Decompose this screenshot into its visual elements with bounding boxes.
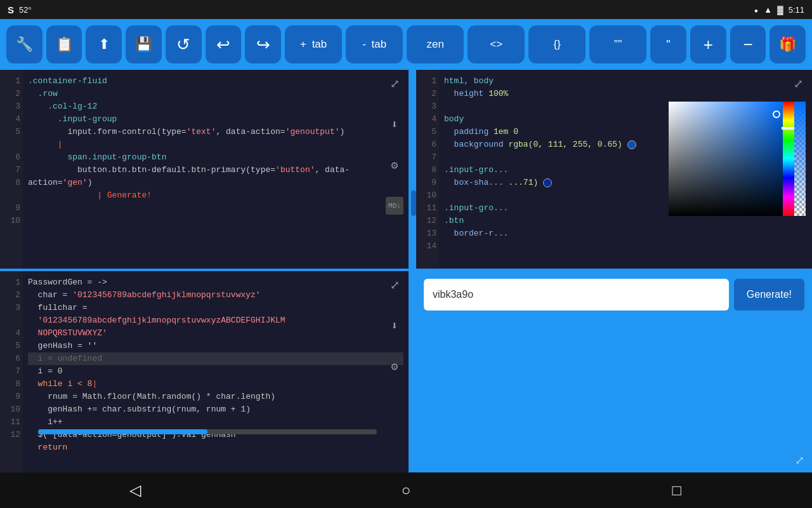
minus-button[interactable]: − — [730, 25, 766, 64]
redo-button[interactable]: ↪ — [245, 25, 281, 64]
recents-button[interactable]: □ — [658, 478, 696, 503]
status-right: ⬥ ▲ ▓ 5:11 — [754, 5, 804, 15]
zen-button[interactable]: zen — [407, 25, 464, 64]
save-button[interactable]: 💾 — [126, 25, 162, 64]
right-bottom-panel: Generate! ⤢ — [416, 271, 812, 472]
braces-button[interactable]: {} — [528, 25, 586, 64]
home-button[interactable]: ○ — [387, 478, 425, 503]
battery-icon: ▓ — [777, 5, 783, 15]
left-top-icons: ⤢ ⬇ ⚙ MD↓ — [386, 75, 403, 215]
double-quote-button[interactable]: "" — [589, 25, 646, 64]
left-top-panel: 12345678910 .container-fluid .row .col-l… — [0, 70, 409, 271]
left-top-line-numbers: 12345678910 — [0, 70, 23, 269]
generate-button[interactable]: Generate! — [734, 279, 804, 311]
add-tab-button[interactable]: + tab — [285, 25, 342, 64]
left-bottom-code[interactable]: PasswordGen = -> char = '0123456789abcde… — [23, 271, 409, 472]
center-scroll[interactable] — [411, 70, 416, 472]
scroll-thumb[interactable] — [411, 190, 416, 216]
gift-button[interactable]: 🎁 — [769, 25, 806, 64]
wrench-button[interactable]: 🔧 — [6, 25, 43, 64]
md-icon[interactable]: MD↓ — [386, 197, 403, 215]
plus-button[interactable]: + — [690, 25, 726, 64]
status-left: S 52° — [8, 4, 32, 15]
expand-icon[interactable]: ⤢ — [386, 75, 403, 93]
temperature: 52° — [19, 5, 32, 15]
color-hue-bar[interactable] — [783, 102, 794, 216]
tag-button[interactable]: <> — [468, 25, 525, 64]
right-top-line-numbers: 1234567891011121314 — [416, 70, 439, 269]
toolbar: 🔧 📋 ⬆ 💾 ↺ ↩ ↪ + tab - tab zen <> {} "" "… — [0, 19, 812, 70]
download2-icon[interactable]: ⬇ — [386, 317, 403, 335]
single-quote-button[interactable]: " — [650, 25, 686, 64]
settings-icon[interactable]: ⚙ — [386, 156, 403, 174]
status-bar: S 52° ⬥ ▲ ▓ 5:11 — [0, 0, 812, 19]
expand2-icon[interactable]: ⤢ — [386, 276, 403, 294]
refresh-button[interactable]: ↺ — [166, 25, 202, 64]
left-bottom-panel: 123456789101112 PasswordGen = -> char = … — [0, 271, 409, 472]
back-button[interactable]: ◁ — [116, 478, 154, 503]
undo-button[interactable]: ↩ — [206, 25, 242, 64]
right-top-panel: 1234567891011121314 html, body height 10… — [416, 70, 812, 271]
color-cursor[interactable] — [773, 110, 780, 118]
file-button[interactable]: 📋 — [46, 25, 82, 64]
hue-cursor[interactable] — [782, 127, 796, 130]
clock: 5:11 — [789, 5, 804, 15]
left-bottom-icons: ⤢ ⬇ ⚙ — [386, 276, 403, 375]
fullscreen-icon[interactable]: ⤢ — [795, 453, 804, 467]
bottom-nav: ◁ ○ □ — [0, 472, 812, 508]
left-bottom-line-numbers: 123456789101112 — [0, 271, 23, 472]
upload-button[interactable]: ⬆ — [86, 25, 122, 64]
generated-output-input[interactable] — [424, 279, 729, 311]
color-picker[interactable] — [669, 102, 806, 216]
left-top-code[interactable]: .container-fluid .row .col-lg-12 .input-… — [23, 70, 409, 269]
right-pane: 1234567891011121314 html, body height 10… — [416, 70, 812, 472]
main-area: 12345678910 .container-fluid .row .col-l… — [0, 70, 812, 472]
expand3-icon[interactable]: ⤢ — [789, 75, 807, 93]
color-alpha-bar[interactable] — [794, 102, 806, 216]
output-row: Generate! — [424, 279, 804, 311]
download-icon[interactable]: ⬇ — [386, 116, 403, 133]
app-icon: S — [8, 4, 14, 15]
wifi-icon: ▲ — [764, 5, 772, 15]
color-gradient-picker[interactable] — [669, 102, 783, 216]
settings2-icon[interactable]: ⚙ — [386, 358, 403, 375]
bluetooth-icon: ⬥ — [754, 5, 759, 15]
remove-tab-button[interactable]: - tab — [346, 25, 403, 64]
